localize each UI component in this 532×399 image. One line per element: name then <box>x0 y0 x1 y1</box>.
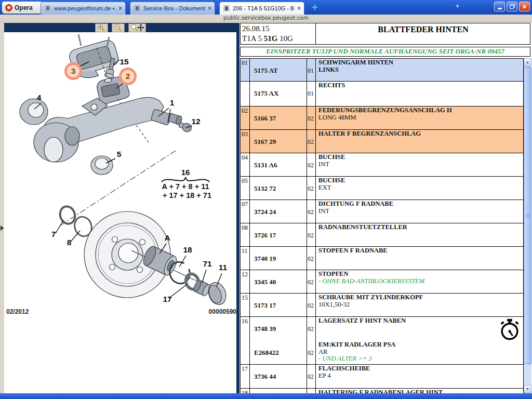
part-number[interactable]: 5132 72 <box>250 177 307 200</box>
row-description: BUCHSEINT <box>316 153 523 176</box>
row-ref: 18 <box>241 389 250 393</box>
expand-panel-arrow-icon[interactable] <box>1 225 4 231</box>
callout-label-1: 1 <box>170 98 175 107</box>
callout-label-11: 11 <box>219 263 228 272</box>
callout-label-15: 15 <box>119 57 129 66</box>
callout-label-3[interactable]: 3 <box>71 66 76 75</box>
tab-peugeotforum[interactable]: www.peugeotforum.de •... × <box>41 2 126 15</box>
table-row[interactable]: 155173 1702SCHRAUBE MIT ZYLINDERKOPF10X1… <box>241 294 523 317</box>
part-number[interactable]: 5175 AX <box>250 82 307 106</box>
callout-label-12: 12 <box>191 117 200 126</box>
zoom-in-button[interactable] <box>95 23 108 32</box>
panel-divider <box>236 23 240 393</box>
new-tab-button[interactable]: + <box>309 2 321 14</box>
row-ref: 08 <box>241 223 250 246</box>
row-ref: 03 <box>241 130 250 153</box>
row-description: STOPFEN F RADNABE <box>316 247 523 270</box>
part-number[interactable]: 3726 17 <box>250 223 307 246</box>
table-scrollbar[interactable]: ▲ ▼ <box>524 58 531 393</box>
table-row[interactable]: 173736 4402FLACHSCHEIBEEP 4 <box>241 365 523 389</box>
table-row[interactable]: 045131 A602BUCHSEINT <box>241 153 523 177</box>
diagram-canvas[interactable]: 16 A + 7 + 8 + 11 + 17 + 18 + 71 3152411… <box>4 32 236 393</box>
part-number[interactable]: 3345 40 <box>250 270 307 293</box>
callout-label-2[interactable]: 2 <box>126 72 130 81</box>
tab-close-icon[interactable]: × <box>208 5 211 12</box>
zoom-out-button[interactable] <box>112 23 125 32</box>
description-line: EP 4 <box>318 373 523 380</box>
part-number[interactable] <box>250 389 307 393</box>
description-line: DICHTUNG F RADNABE <box>318 201 523 208</box>
tab-206-parts[interactable]: 206 - T1A 5 51G10G - BL... × <box>219 2 304 15</box>
group16-formula-line2: + 17 + 18 + 71 <box>163 191 211 200</box>
description-line: EM:KIT RADLAGER PSA <box>318 341 523 349</box>
table-row[interactable]: 073724 2402DICHTUNG F RADNABEINT <box>241 200 523 223</box>
table-row[interactable]: 163748 3902LAGERSATZ F HINT NABEN <box>241 317 523 341</box>
row-quantity: 02 <box>307 130 316 153</box>
part-number[interactable]: 5173 17 <box>250 294 307 316</box>
chevron-down-icon[interactable]: ▼ <box>455 4 460 9</box>
tab-servicebox[interactable]: Service Box - Dokumenta... × <box>130 2 215 15</box>
row-description: RADNABENSTUETZTELLER <box>316 223 523 246</box>
table-row[interactable]: 113740 1902STOPFEN F RADNABE <box>241 247 523 270</box>
table-row[interactable]: 5175 AX01RECHTS <box>241 82 523 107</box>
close-button[interactable]: × <box>519 2 530 11</box>
close-icon: × <box>522 3 526 10</box>
left-gutter <box>0 22 4 393</box>
part-number[interactable]: 3740 19 <box>250 247 307 270</box>
part-number[interactable]: E268422 <box>250 341 307 364</box>
tab-close-icon[interactable]: × <box>118 5 122 12</box>
table-row[interactable]: E26842202EM:KIT RADLAGER PSAAR- UND ALTE… <box>241 341 523 365</box>
part-number[interactable]: 5131 A6 <box>250 153 307 176</box>
tab-close-icon[interactable]: × <box>297 5 301 12</box>
favicon-icon <box>134 5 141 12</box>
table-row[interactable]: 18HALTERING F RADNABENLAGER HINT <box>241 389 523 393</box>
minimize-button[interactable] <box>494 2 505 11</box>
description-line: BUCHSE <box>318 177 523 184</box>
table-row[interactable]: 015175 AT01SCHWINGARM HINTENLINKS <box>241 59 523 82</box>
callout-label-18: 18 <box>183 245 192 254</box>
description-line: EXT <box>318 184 523 192</box>
part-number[interactable]: 3724 24 <box>250 200 307 223</box>
row-ref: 05 <box>241 177 250 200</box>
diagram-toolbar <box>4 23 236 32</box>
row-description: SCHWINGARM HINTENLINKS <box>316 59 523 81</box>
row-ref: 12 <box>241 270 250 293</box>
favicon-icon <box>44 5 51 12</box>
description-line: AR <box>318 349 523 356</box>
callout-label-71: 71 <box>203 259 212 268</box>
scrollbar-thumb[interactable] <box>524 67 531 364</box>
row-description: HALTER F BEGRENZANSCHLAG <box>316 130 523 153</box>
description-line: FLACHSCHEIBE <box>318 365 523 373</box>
table-row[interactable]: 055132 7202BUCHSEEXT <box>241 177 523 200</box>
parts-header: 26.08.15 T1A 5 51G 10G BLATTFEDER HINTEN <box>240 23 530 45</box>
table-row[interactable]: 035167 2902HALTER F BEGRENZANSCHLAG <box>241 130 523 153</box>
row-quantity: 01 <box>307 59 316 81</box>
minimize-icon <box>498 8 502 9</box>
description-line: INT <box>318 161 523 168</box>
table-row[interactable]: 083726 1702RADNABENSTUETZTELLER <box>241 223 523 247</box>
scroll-up-button[interactable]: ▲ <box>524 58 531 66</box>
description-line: SCHWINGARM HINTEN <box>318 59 523 66</box>
description-line: BUCHSE <box>318 154 523 161</box>
header-left-cell: 26.08.15 T1A 5 51G 10G <box>241 23 316 44</box>
address-bar[interactable]: public.servicebox.peugeot.com <box>0 15 532 22</box>
group16-formula-line1: A + 7 + 8 + 11 <box>162 182 209 191</box>
zoom-pan-button[interactable] <box>128 23 146 32</box>
row-ref: 16 <box>241 317 250 341</box>
part-number[interactable]: 3748 39 <box>250 317 307 341</box>
opera-menu-button[interactable]: Opera <box>2 1 43 14</box>
callout-label-7: 7 <box>51 230 56 238</box>
part-number[interactable]: 5175 AT <box>250 59 307 81</box>
row-ref <box>241 82 250 106</box>
row-quantity: 02 <box>307 341 316 364</box>
row-ref: 11 <box>241 247 250 270</box>
table-row[interactable]: 025166 3702FEDERUNGSBEGRENZUNGSANSCHLAG … <box>241 107 523 130</box>
restore-button[interactable] <box>507 2 517 11</box>
scroll-down-button[interactable]: ▼ <box>524 385 531 393</box>
part-number[interactable]: 5167 29 <box>250 130 307 153</box>
table-row[interactable]: 123345 4002STOPFEN- OHNE RAD-ANTIBLOCKIE… <box>241 270 523 294</box>
scrollbar-grip <box>526 216 530 216</box>
part-number[interactable]: 3736 44 <box>250 365 307 388</box>
part-number[interactable]: 5166 37 <box>250 107 307 129</box>
description-line: HALTERING F RADNABENLAGER HINT <box>318 389 523 393</box>
